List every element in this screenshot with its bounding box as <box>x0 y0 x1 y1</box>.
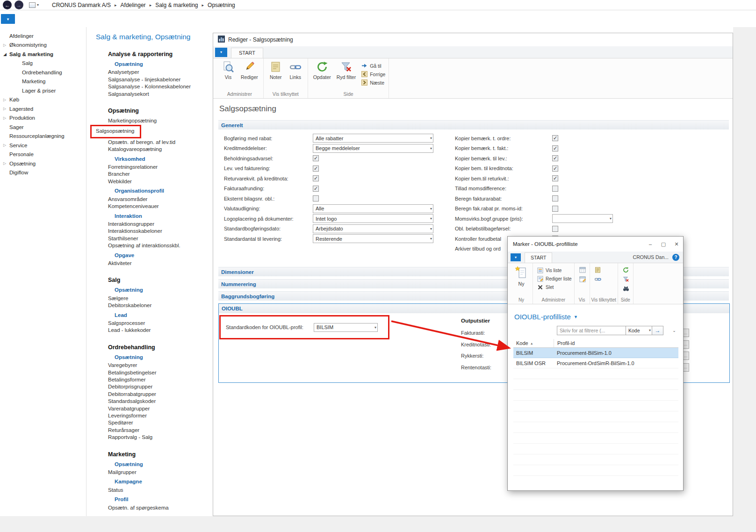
breadcrumb-item-afdelinger[interactable]: Afdelinger <box>121 2 146 8</box>
field-checkbox-eksternt-bilagsnr-obl[interactable] <box>313 195 319 201</box>
field-checkbox-tillad-momsdifference[interactable] <box>552 186 558 192</box>
category-link-virksomhed[interactable]: Virksomhed <box>115 156 213 163</box>
tree-collapsed-icon[interactable]: ▷ <box>3 143 9 147</box>
setup-link-aktiviteter[interactable]: Aktiviteter <box>108 260 213 267</box>
category-link-interaktion[interactable]: Interaktion <box>115 213 213 220</box>
window-menu-icon[interactable] <box>29 2 36 8</box>
setup-link-spedit-rer[interactable]: Speditører <box>108 419 213 426</box>
setup-link-debitorprisgrupper[interactable]: Debitorprisgrupper <box>108 383 213 390</box>
assist-edit-button[interactable]: … <box>683 329 689 337</box>
ribbon-button-links[interactable]: Links <box>286 59 305 80</box>
breadcrumb-item-cronus-danmark-a-s[interactable]: CRONUS Danmark A/S <box>52 2 111 8</box>
sidebar-item-afdelinger[interactable]: Afdelinger <box>0 31 86 41</box>
chevron-down-icon[interactable]: ▼ <box>574 315 578 319</box>
setup-link-ops-tning-af-interaktionsskbl[interactable]: Opsætning af interaktionsskbl. <box>108 242 213 249</box>
sidebar-item-salg-marketing[interactable]: ◢Salg & marketing <box>0 50 86 59</box>
setup-link-brancher[interactable]: Brancher <box>108 171 213 178</box>
clearfilter-small-button[interactable] <box>621 276 631 284</box>
ribbon-button-vis-liste[interactable]: Vis liste <box>537 267 572 274</box>
field-checkbox-returvarekvit-p-kreditnota[interactable]: ✓ <box>313 175 319 181</box>
setup-link-ops-tn-af-sp-rgeskema[interactable]: Opsætn. af spørgeskema <box>108 504 213 511</box>
sidebar-item-ressourceplanl-gning[interactable]: Ressourceplanlægning <box>0 132 86 141</box>
oioubl-profile-select[interactable]: BILSIM ▾ <box>314 323 378 332</box>
setup-link-interaktionsskabeloner[interactable]: Interaktionsskabeloner <box>108 228 213 235</box>
setup-link-rapportvalg-salg[interactable]: Rapportvalg - Salg <box>108 434 213 441</box>
tree-collapsed-icon[interactable]: ▷ <box>3 98 9 102</box>
field-checkbox-lev-ved-fakturering[interactable]: ✓ <box>313 165 319 172</box>
tree-collapsed-icon[interactable]: ▷ <box>3 161 9 165</box>
note-small-button[interactable] <box>593 266 603 274</box>
ribbon-button-noter[interactable]: Noter <box>266 59 286 80</box>
sidebar-item-marketing[interactable]: Marketing <box>0 77 86 86</box>
setup-link-katalogvareops-tning[interactable]: Katalogvareopsætning <box>108 146 213 153</box>
help-icon[interactable]: ? <box>672 254 679 261</box>
refresh-small-button[interactable] <box>621 266 631 274</box>
field-checkbox-kopier-bem-rk-t-ordre[interactable]: ✓ <box>552 135 558 141</box>
setup-link-marketingops-tning[interactable]: Marketingopsætning <box>108 117 213 124</box>
tree-collapsed-icon[interactable]: ▷ <box>3 116 9 120</box>
setup-link-varegebyrer[interactable]: Varegebyrer <box>108 362 213 369</box>
field-select-valutaudligning[interactable]: Alle▾ <box>313 204 433 213</box>
setup-link-starthilsener[interactable]: Starthilsener <box>108 235 213 242</box>
field-checkbox-beregn-fakturarabat[interactable] <box>552 195 558 201</box>
setup-link-salgsops-tning-annotated[interactable]: Salgsopsætning <box>90 125 141 138</box>
setup-link-forretningsrelationer[interactable]: Forretningsrelationer <box>108 164 213 171</box>
sidebar-item-service[interactable]: ▷Service <box>0 141 86 150</box>
setup-link-s-lgere[interactable]: Sælgere <box>108 295 213 302</box>
ribbon-dropdown-button[interactable]: ▾ <box>511 253 521 261</box>
category-link-profil[interactable]: Profil <box>115 496 213 503</box>
chevron-down-icon[interactable]: ▾ <box>37 3 39 7</box>
category-link-ops-tning[interactable]: Opsætning <box>115 287 213 294</box>
sidebar-item-lager-priser[interactable]: Lager & priser <box>0 86 86 95</box>
sidebar-item-digiflow[interactable]: Digiflow <box>0 168 86 178</box>
field-checkbox-kopier-bem-rk-til-lev[interactable]: ✓ <box>552 155 558 161</box>
column-header-profil-id[interactable]: Profil-id <box>554 339 678 347</box>
field-checkbox-beregn-fak-rabat-pr-moms-id[interactable] <box>552 206 558 212</box>
ribbon-button-rediger-liste[interactable]: Rediger liste <box>537 275 572 282</box>
field-checkbox-kopier-bem-til-returkvit[interactable]: ✓ <box>552 175 558 181</box>
setup-link-salgsanalyse-kolonneskabeloner[interactable]: Salgsanalyse - Kolonneskabeloner <box>108 83 213 90</box>
category-link-ops-tning[interactable]: Opsætning <box>115 354 213 361</box>
sidebar-item-konomistyring[interactable]: ▷Økonomistyring <box>0 41 86 50</box>
field-select-logoplacering-p-dokumenter[interactable]: Intet logo▾ <box>313 214 433 223</box>
setup-link-ops-tn-af-beregn-af-lev-tid[interactable]: Opsætn. af beregn. af lev.tid <box>108 139 213 146</box>
breadcrumb-item-salg-marketing[interactable]: Salg & marketing <box>155 2 198 8</box>
ribbon-dropdown-button[interactable]: ▾ <box>215 48 227 57</box>
ribbon-button-vis[interactable]: Vis <box>218 59 238 80</box>
ribbon-button-rediger[interactable]: Rediger <box>238 59 261 80</box>
setup-link-debitorrabatgrupper[interactable]: Debitorrabatgrupper <box>108 391 213 398</box>
sidebar-item-salg[interactable]: Salg <box>0 59 86 68</box>
ribbon-button-ny[interactable]: Ny <box>511 264 531 287</box>
category-link-kampagne[interactable]: Kampagne <box>115 478 213 485</box>
category-link-ops-tning[interactable]: Opsætning <box>115 461 213 468</box>
setup-link-betalingsformer[interactable]: Betalingsformer <box>108 376 213 383</box>
category-link-ops-tning[interactable]: Opsætning <box>115 61 213 68</box>
tab-start[interactable]: START <box>525 252 552 263</box>
setup-link-varerabatgrupper[interactable]: Varerabatgrupper <box>108 405 213 412</box>
sidebar-item-personale[interactable]: Personale <box>0 150 86 159</box>
setup-link-leveringsformer[interactable]: Leveringsformer <box>108 412 213 419</box>
setup-link-debitorskabeloner[interactable]: Debitorskabeloner <box>108 302 213 309</box>
tree-collapsed-icon[interactable]: ▷ <box>3 43 9 47</box>
setup-link-webkilder[interactable]: Webkilder <box>108 178 213 185</box>
field-select-kreditmeddelelser[interactable]: Begge meddelelser▾ <box>313 144 433 153</box>
setup-link-salgsanalyse-linjeskabeloner[interactable]: Salgsanalyse - linjeskabeloner <box>108 76 213 83</box>
forward-button[interactable]: → <box>14 0 23 9</box>
field-select-momsvirks-bogf-gruppe-pris[interactable]: ▾ <box>552 214 613 223</box>
back-button[interactable]: ← <box>3 0 12 9</box>
expand-filter-icon[interactable]: ⌄ <box>670 326 678 335</box>
actions-dropdown-button[interactable]: ▾ <box>1 14 15 24</box>
setup-link-kompetenceniveauer[interactable]: Kompetenceniveauer <box>108 203 213 210</box>
tab-start[interactable]: START <box>231 48 263 58</box>
tree-collapsed-icon[interactable]: ▷ <box>3 107 9 111</box>
sidebar-item-k-b[interactable]: ▷Køb <box>0 95 86 105</box>
filter-input[interactable]: Skriv for at filtrere (... <box>557 326 626 335</box>
close-button[interactable]: ✕ <box>670 239 683 249</box>
table-row-bilsim[interactable]: BILSIMProcurement-BilSim-1.0 <box>513 348 678 358</box>
fasttab-generelt[interactable]: Generelt <box>218 120 729 129</box>
assist-edit-button[interactable]: … <box>683 352 689 360</box>
sidebar-item-produktion[interactable]: ▷Produktion <box>0 114 86 123</box>
table-row-bilsim-osr[interactable]: BILSIM OSRProcurement-OrdSimR-BilSim-1.0 <box>513 358 678 368</box>
field-checkbox-beholdningsadvarsel[interactable]: ✓ <box>313 155 319 161</box>
field-checkbox-fakturaafrunding[interactable]: ✓ <box>313 186 319 192</box>
